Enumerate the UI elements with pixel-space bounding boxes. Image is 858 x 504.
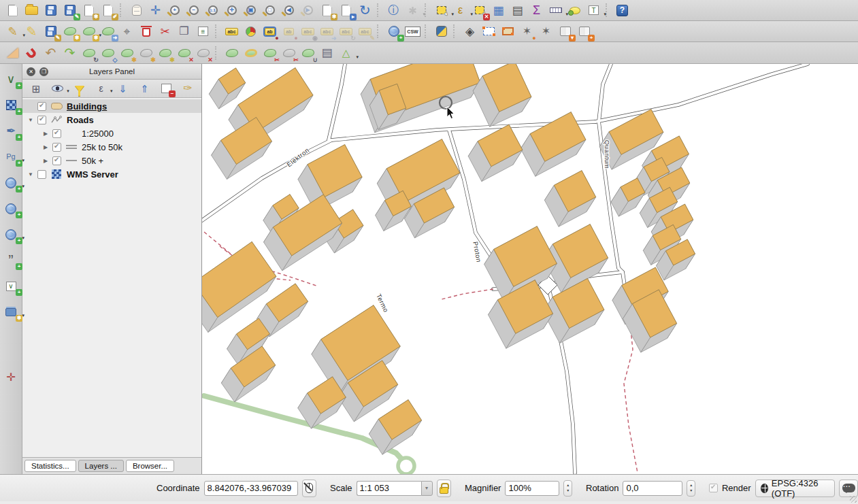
- layer-tree-item-1-25000[interactable]: ▶1:25000: [22, 127, 201, 140]
- statistical-summary-icon[interactable]: Σ: [527, 1, 546, 19]
- save-layer-edits-icon[interactable]: ✎: [42, 22, 60, 40]
- coordinate-input[interactable]: [204, 481, 298, 496]
- redo-icon[interactable]: ↷: [61, 44, 79, 62]
- new-print-composer-icon[interactable]: ✱: [80, 1, 98, 19]
- layer-checkbox[interactable]: [52, 156, 61, 165]
- move-feature-icon[interactable]: ➜: [99, 22, 117, 40]
- zoom-full-extent-icon[interactable]: ✛: [222, 1, 241, 19]
- zoom-last-icon[interactable]: ◀: [280, 1, 298, 19]
- style-brush-icon[interactable]: ✑: [180, 81, 196, 96]
- render-checkbox[interactable]: [709, 484, 718, 492]
- zoom-to-layer-icon[interactable]: ▣: [242, 1, 260, 19]
- add-feature-icon[interactable]: ✱: [61, 22, 79, 40]
- text-annotation-icon[interactable]: T▾: [584, 1, 603, 19]
- scale-combo[interactable]: ▾: [357, 481, 433, 496]
- add-oracle-layer-icon[interactable]: ”+: [1, 252, 21, 269]
- python-console-icon[interactable]: [432, 22, 450, 40]
- magnifier-input[interactable]: [505, 481, 559, 496]
- pan-to-selection-icon[interactable]: ✛: [146, 1, 165, 19]
- delete-part-icon[interactable]: ✕: [194, 44, 212, 62]
- add-vector-layer-icon[interactable]: ∨+: [1, 71, 21, 88]
- new-project-icon[interactable]: [3, 1, 22, 19]
- messages-button[interactable]: [839, 480, 858, 497]
- zoom-native-icon[interactable]: 1:1: [203, 1, 222, 19]
- layer-checkbox[interactable]: [37, 102, 46, 111]
- identify-features-icon[interactable]: ⓘ: [384, 1, 403, 19]
- current-edits-icon[interactable]: ✎▾: [3, 22, 22, 40]
- map-crosshair-icon[interactable]: ✛: [1, 369, 21, 386]
- remove-layer-icon[interactable]: −: [158, 81, 174, 96]
- new-virtual-layer-icon[interactable]: ✱▾: [1, 303, 21, 320]
- measure-icon[interactable]: ▾: [546, 1, 565, 19]
- offset-curve-icon[interactable]: [242, 44, 260, 62]
- collapse-all-icon[interactable]: ⇑: [136, 81, 152, 96]
- crs-status-button[interactable]: EPSG:4326 (OTF): [755, 480, 836, 497]
- panel-close-button[interactable]: ✕: [27, 67, 35, 76]
- add-postgis-layer-icon[interactable]: Pg+▾: [1, 148, 21, 165]
- add-wms-layer-icon[interactable]: +: [1, 200, 21, 217]
- expander-icon[interactable]: ▶: [42, 158, 50, 164]
- layer-tree-item-25k-to-50k[interactable]: ▶25k to 50k: [22, 140, 201, 154]
- layer-checkbox[interactable]: [37, 170, 46, 179]
- expand-all-icon[interactable]: ⇓: [114, 81, 131, 96]
- extent-frame-icon[interactable]: [499, 22, 517, 40]
- rotation-input[interactable]: [623, 481, 682, 496]
- layer-checkbox[interactable]: [52, 143, 61, 152]
- save-project-icon[interactable]: [42, 1, 60, 19]
- merge-attributes-icon[interactable]: ▤: [318, 44, 336, 62]
- cut-features-icon[interactable]: ✂: [156, 22, 174, 40]
- layer-tree-item-roads[interactable]: ▼Roads: [22, 113, 201, 127]
- add-delimited-text-layer-icon[interactable]: ✒+: [1, 122, 21, 139]
- add-circular-string-icon[interactable]: ✱▾: [80, 22, 98, 40]
- toggle-editing-icon[interactable]: ✎: [22, 22, 41, 40]
- expression-filter-icon[interactable]: ε▾: [93, 81, 110, 96]
- expander-icon[interactable]: ▶: [42, 131, 50, 137]
- wand-icon[interactable]: ✶: [537, 22, 555, 40]
- help-icon[interactable]: ?: [613, 1, 631, 19]
- scale-dropdown-icon[interactable]: ▾: [421, 481, 433, 496]
- copy-features-icon[interactable]: ❐: [175, 22, 193, 40]
- add-part-icon[interactable]: ✱: [137, 44, 155, 62]
- merge-features-icon[interactable]: ∪: [299, 44, 317, 62]
- pan-map-icon[interactable]: [127, 1, 146, 19]
- select-by-expression-icon[interactable]: ε▾: [451, 1, 469, 19]
- panel-tab-statistics[interactable]: Statistics...: [24, 460, 76, 472]
- resize-grip[interactable]: [850, 496, 857, 503]
- split-features-icon[interactable]: ✂: [261, 44, 279, 62]
- style-book-add-icon[interactable]: +: [575, 22, 593, 40]
- layer-checkbox[interactable]: [52, 129, 61, 138]
- field-calculator-icon[interactable]: ▤: [508, 1, 527, 19]
- layer-tree-item-buildings[interactable]: Buildings: [22, 99, 201, 113]
- layer-tree-item-50k-[interactable]: ▶50k +: [22, 154, 201, 167]
- panel-tab-browser[interactable]: Browser...: [126, 460, 174, 472]
- paste-features-icon[interactable]: ≡: [194, 22, 212, 40]
- add-wfs-layer-icon[interactable]: +▾: [1, 226, 21, 243]
- filter-legend-icon[interactable]: [71, 81, 88, 96]
- layer-diagram-icon[interactable]: [242, 22, 260, 40]
- open-project-icon[interactable]: [22, 1, 41, 19]
- reshape-features-icon[interactable]: [222, 44, 241, 62]
- rotate-point-symbols-icon[interactable]: △▾: [337, 44, 355, 62]
- map-tips-icon[interactable]: [565, 1, 584, 19]
- rotate-feature-icon[interactable]: ↻: [80, 44, 98, 62]
- mouse-tracking-button[interactable]: [302, 480, 316, 497]
- style-book-download-icon[interactable]: ▾: [556, 22, 574, 40]
- manage-visibility-icon[interactable]: ▾: [50, 81, 66, 96]
- undo-icon[interactable]: ↶: [42, 44, 60, 62]
- select-extent-icon[interactable]: [480, 22, 498, 40]
- layer-tree-item-wms-server[interactable]: ▼WMS Server: [22, 167, 201, 181]
- zoom-in-icon[interactable]: +: [165, 1, 184, 19]
- cad-tools-icon[interactable]: [3, 44, 22, 62]
- expander-icon[interactable]: ▶: [42, 144, 50, 150]
- layer-labeling-icon[interactable]: abc: [222, 22, 241, 40]
- composer-manager-icon[interactable]: ✐: [99, 1, 117, 19]
- rotation-stepper[interactable]: ▴▾: [687, 480, 695, 497]
- select-features-icon[interactable]: ▾: [432, 1, 450, 19]
- delete-selected-icon[interactable]: [137, 22, 155, 40]
- node-tool-icon[interactable]: ⌖: [118, 22, 136, 40]
- map-canvas[interactable]: ElektronQuantumProtonTermo: [202, 64, 858, 474]
- deselect-all-icon[interactable]: ✕: [470, 1, 489, 19]
- scale-input[interactable]: [357, 481, 421, 496]
- layer-checkbox[interactable]: [37, 116, 46, 124]
- simplify-feature-icon[interactable]: ◇: [99, 44, 117, 62]
